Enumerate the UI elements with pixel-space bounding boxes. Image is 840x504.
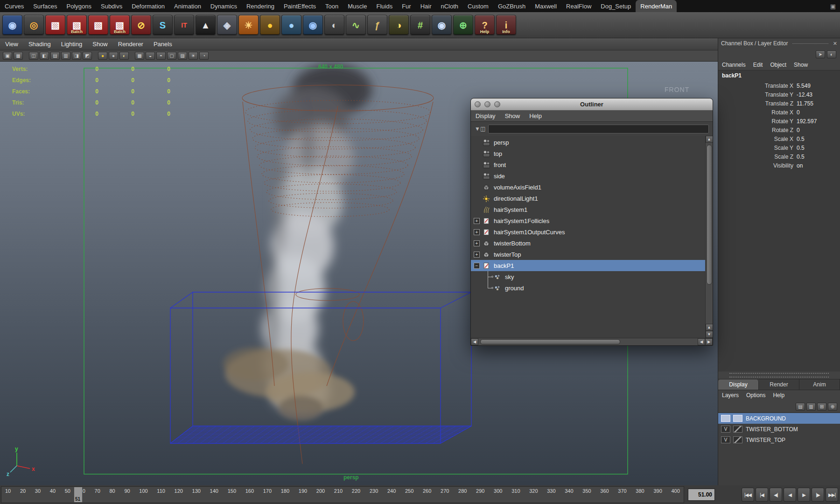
current-time-field[interactable]: 51.00: [688, 489, 715, 501]
outliner-vertical-scrollbar[interactable]: ▲ ▲ ▼: [705, 136, 713, 338]
menubar-item-surfaces[interactable]: Surfaces: [28, 0, 62, 12]
outliner-item-volumeaxisfield1[interactable]: volumeAxisField1: [471, 182, 705, 193]
flat-shade-icon[interactable]: ◓: [156, 52, 166, 60]
outliner-item-hairsystem1outputcurves[interactable]: +hairSystem1OutputCurves: [471, 226, 705, 238]
menubar-item-rendering[interactable]: Rendering: [242, 0, 279, 12]
outliner-item-top[interactable]: top: [471, 148, 705, 159]
shelf-grid-icon[interactable]: #: [410, 15, 430, 35]
panel-layout-icon[interactable]: ▣: [826, 0, 840, 12]
layer-visibility-toggle[interactable]: V: [721, 436, 730, 443]
layer-row-twister_bottom[interactable]: VTWISTER_BOTTOM: [718, 424, 840, 434]
shelf-geo-sphere-icon[interactable]: ⊕: [453, 15, 473, 35]
expand-toggle-icon[interactable]: +: [474, 240, 480, 246]
step-back-frame-button[interactable]: ◀|: [770, 488, 782, 502]
channel-value[interactable]: 192.597: [797, 118, 840, 125]
menubar-item-animation[interactable]: Animation: [169, 0, 206, 12]
shelf-ipr-render-icon[interactable]: ▧: [88, 15, 108, 35]
panel-menu-lighting[interactable]: Lighting: [56, 41, 88, 48]
xray-mode-icon[interactable]: ◔: [199, 52, 209, 60]
outliner-item-sky[interactable]: sky: [471, 271, 705, 282]
shelf-help-icon[interactable]: ?Help: [475, 15, 495, 35]
outliner-menu-display[interactable]: Display: [471, 112, 500, 119]
panel-menu-panels[interactable]: Panels: [148, 41, 177, 48]
outliner-horizontal-scrollbar[interactable]: ◀ ◀ ▶: [471, 338, 713, 345]
resolution-gate-icon[interactable]: ◧: [40, 52, 49, 60]
outliner-titlebar[interactable]: Outliner: [471, 98, 713, 111]
shelf-tractor-icon[interactable]: ◈: [217, 15, 237, 35]
scroll-right-icon[interactable]: ▶: [705, 338, 713, 345]
menubar-item-fluids[interactable]: Fluids: [371, 0, 397, 12]
layer-menu-help[interactable]: Help: [769, 392, 788, 399]
channel-box-menu-edit[interactable]: Edit: [749, 62, 767, 68]
outliner-item-hairsystem1follicles[interactable]: +hairSystem1Follicles: [471, 215, 705, 226]
panel-menu-renderer[interactable]: Renderer: [113, 41, 148, 48]
bounding-box-icon[interactable]: ▢: [167, 52, 176, 60]
outliner-item-twistertop[interactable]: +twisterTop: [471, 249, 705, 260]
tab-anim[interactable]: Anim: [799, 379, 840, 390]
menubar-item-subdivs[interactable]: Subdivs: [96, 0, 127, 12]
menubar-item-toon[interactable]: Toon: [321, 0, 343, 12]
channel-box-menu-show[interactable]: Show: [790, 62, 812, 68]
menubar-item-gozbrush[interactable]: GoZBrush: [493, 0, 530, 12]
channel-value[interactable]: 0: [797, 127, 840, 133]
shelf-perspective-globe-icon[interactable]: ◉: [2, 15, 22, 35]
gate-mask-icon[interactable]: ▤: [50, 52, 60, 60]
pointer-tool-icon[interactable]: ➤: [816, 50, 825, 58]
time-slider-ticks[interactable]: 1020304050607080901001101201301401501601…: [1, 486, 684, 503]
shelf-render-view-icon[interactable]: ◎: [24, 15, 44, 35]
shelf-slim-icon[interactable]: S: [153, 15, 173, 35]
layer-type-box[interactable]: [733, 436, 742, 443]
scroll-left-icon[interactable]: ◀: [471, 338, 478, 345]
move-layer-down-icon[interactable]: ▥: [806, 403, 816, 411]
layer-visibility-toggle[interactable]: [721, 415, 730, 422]
menubar-item-deformation[interactable]: Deformation: [127, 0, 169, 12]
layer-visibility-toggle[interactable]: V: [721, 426, 730, 433]
shelf-it-icon[interactable]: IT: [174, 15, 194, 35]
scrollbar-thumb-h[interactable]: [480, 339, 620, 344]
shelf-light-bulb-icon[interactable]: ●: [260, 15, 280, 35]
film-gate-icon[interactable]: ◫: [29, 52, 38, 60]
panel-divider-2[interactable]: [729, 377, 829, 378]
menubar-item-maxwell[interactable]: Maxwell: [530, 0, 561, 12]
shelf-batch-render-icon[interactable]: ▧Batch: [67, 15, 87, 35]
menubar-item-fur[interactable]: Fur: [397, 0, 416, 12]
shelf-cancel-render-icon[interactable]: ⊘: [131, 15, 151, 35]
menubar-item-curves[interactable]: Curves: [0, 0, 28, 12]
outliner-search-input[interactable]: [488, 125, 709, 133]
panel-menu-shading[interactable]: Shading: [23, 41, 56, 48]
safe-title-icon[interactable]: ◩: [83, 52, 92, 60]
play-backward-button[interactable]: ◀: [784, 488, 796, 502]
layer-type-box[interactable]: [733, 415, 742, 422]
step-back-key-button[interactable]: |◀: [756, 488, 768, 502]
shelf-render-current-frame-icon[interactable]: ▧: [45, 15, 65, 35]
menubar-item-realflow[interactable]: RealFlow: [561, 0, 596, 12]
outliner-item-hairsystem1[interactable]: hairSystem1: [471, 204, 705, 215]
textured-mode-icon[interactable]: ▨: [178, 52, 187, 60]
channel-value[interactable]: 11.755: [797, 100, 840, 107]
shelf-fisheye-icon[interactable]: ◉: [432, 15, 452, 35]
go-to-end-button[interactable]: ▶▶|: [826, 488, 838, 502]
layer-type-box[interactable]: [733, 426, 742, 433]
default-light-icon[interactable]: ●: [98, 52, 107, 60]
layer-row-twister_top[interactable]: VTWISTER_TOP: [718, 434, 840, 445]
layer-menu-layers[interactable]: Layers: [718, 392, 742, 399]
outliner-item-front[interactable]: front: [471, 159, 705, 170]
step-forward-frame-button[interactable]: |▶: [812, 488, 824, 502]
current-time-marker[interactable]: 51: [74, 487, 83, 503]
expand-toggle-icon[interactable]: −: [474, 263, 480, 269]
shelf-env-sphere-icon[interactable]: ●: [281, 15, 301, 35]
new-layer-selected-icon[interactable]: ⊕: [828, 403, 837, 411]
go-to-start-button[interactable]: |◀◀: [742, 488, 754, 502]
panel-menu-view[interactable]: View: [0, 41, 23, 48]
outliner-item-ground[interactable]: ground: [471, 282, 705, 294]
menubar-item-polygons[interactable]: Polygons: [62, 0, 96, 12]
play-forward-button[interactable]: ▶: [798, 488, 810, 502]
half-sphere-icon[interactable]: ◐: [827, 50, 836, 58]
outliner-item-twisterbottom[interactable]: +twisterBottom: [471, 238, 705, 249]
outliner-menu-show[interactable]: Show: [500, 112, 525, 119]
menubar-item-painteffects[interactable]: PaintEffects: [279, 0, 321, 12]
expand-toggle-icon[interactable]: +: [474, 218, 480, 224]
shelf-alfred-icon[interactable]: ▲: [196, 15, 216, 35]
panel-grip[interactable]: [792, 43, 828, 44]
menubar-item-renderman[interactable]: RenderMan: [636, 0, 677, 12]
